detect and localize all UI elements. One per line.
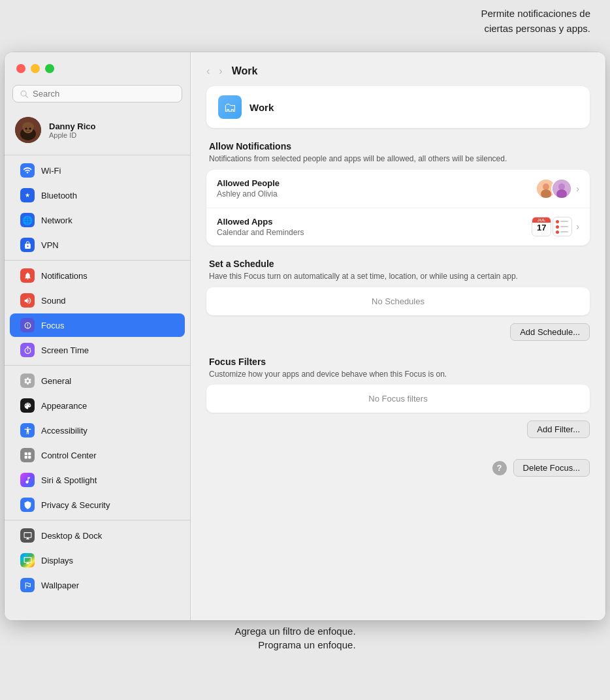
notifications-icon: [20, 268, 35, 283]
maximize-button[interactable]: [45, 64, 54, 73]
sidebar-item-bluetooth[interactable]: ⭒ Bluetooth: [10, 183, 185, 207]
focus-icon: [20, 318, 35, 332]
allowed-apps-subtitle: Calendar and Reminders: [217, 228, 304, 237]
sidebar-item-wallpaper-label: Wallpaper: [41, 581, 79, 590]
add-schedule-button[interactable]: Add Schedule...: [510, 323, 590, 341]
sidebar-item-desktop-dock-label: Desktop & Dock: [41, 531, 102, 541]
sidebar-item-wifi-label: Wi-Fi: [41, 166, 61, 176]
sidebar-item-bluetooth-label: Bluetooth: [41, 191, 77, 200]
sidebar-item-screen-time[interactable]: Screen Time: [10, 338, 185, 362]
allowed-apps-title: Allowed Apps: [217, 217, 304, 227]
back-button[interactable]: ‹: [204, 64, 212, 78]
user-subtitle: Apple ID: [49, 131, 96, 139]
user-row[interactable]: Danny Rico Apple ID: [5, 110, 190, 152]
appearance-icon: [20, 398, 35, 413]
svg-point-13: [543, 183, 549, 190]
sidebar-item-wifi[interactable]: Wi-Fi: [10, 159, 185, 182]
separator-2: [5, 260, 190, 261]
tooltip-top: Permite notificaciones de ciertas person…: [481, 7, 590, 36]
no-filters: No Focus filters: [206, 385, 590, 413]
sidebar-item-general[interactable]: General: [10, 369, 185, 392]
bluetooth-icon: ⭒: [20, 188, 35, 202]
allowed-people-subtitle: Ashley and Olivia: [217, 189, 280, 199]
focus-header-card: 🗂 Work: [206, 86, 590, 128]
network-icon: 🌐: [20, 213, 35, 227]
allowed-people-avatars: [536, 178, 572, 199]
focus-filters-desc: Customize how your apps and device behav…: [209, 369, 587, 380]
sidebar-item-accessibility[interactable]: Accessibility: [10, 419, 185, 442]
focus-filters-header: Focus Filters Customize how your apps an…: [206, 357, 590, 380]
allowed-people-row[interactable]: Allowed People Ashley and Olivia: [206, 170, 590, 208]
sidebar-item-wallpaper[interactable]: Wallpaper: [10, 573, 185, 597]
sidebar-item-control-center[interactable]: Control Center: [10, 443, 185, 467]
sidebar-item-appearance[interactable]: Appearance: [10, 394, 185, 417]
allowed-people-right: ›: [536, 178, 579, 199]
allow-notifications-desc: Notifications from selected people and a…: [209, 153, 587, 165]
sidebar-item-network[interactable]: 🌐 Network: [10, 208, 185, 232]
sidebar-item-siri-label: Siri & Spotlight: [41, 475, 97, 485]
sidebar-item-displays[interactable]: Displays: [10, 549, 185, 572]
add-filter-button[interactable]: Add Filter...: [527, 421, 590, 438]
focus-filters-title: Focus Filters: [209, 357, 587, 367]
sidebar-item-displays-label: Displays: [41, 556, 73, 565]
focus-filters-section: Focus Filters Customize how your apps an…: [206, 357, 590, 441]
sidebar-item-focus-label: Focus: [41, 321, 64, 330]
sidebar-item-sound-label: Sound: [41, 296, 66, 306]
sidebar-item-appearance-label: Appearance: [41, 401, 87, 411]
svg-line-1: [25, 95, 27, 97]
no-schedules: No Schedules: [206, 287, 590, 315]
allowed-apps-right: JUL 17 ›: [532, 217, 579, 236]
close-button[interactable]: [16, 64, 25, 73]
sidebar-item-focus[interactable]: Focus: [10, 313, 185, 337]
allowed-apps-chevron: ›: [576, 221, 579, 232]
sidebar-item-network-label: Network: [41, 215, 72, 225]
sidebar-item-accessibility-label: Accessibility: [41, 426, 88, 436]
wifi-icon: [20, 163, 35, 178]
minimize-button[interactable]: [31, 64, 40, 73]
sidebar-item-desktop-dock[interactable]: Desktop & Dock: [10, 524, 185, 547]
allowed-app-icons: JUL 17: [532, 217, 572, 236]
svg-point-5: [22, 122, 34, 131]
forward-button[interactable]: ›: [216, 64, 225, 78]
siri-icon: [20, 473, 35, 487]
allowed-settings-card: Allowed People Ashley and Olivia: [206, 170, 590, 246]
svg-rect-9: [28, 452, 31, 454]
allowed-people-title: Allowed People: [217, 178, 280, 188]
accessibility-icon: [20, 423, 35, 438]
user-info: Danny Rico Apple ID: [49, 121, 96, 139]
avatar-olivia: [551, 178, 572, 199]
sidebar-item-control-center-label: Control Center: [41, 451, 97, 460]
sidebar-item-vpn[interactable]: VPN: [10, 233, 185, 257]
reminders-app-icon: [553, 217, 572, 236]
tooltip-add-schedule: Programa un enfoque.: [258, 639, 355, 650]
sidebar-item-privacy-security[interactable]: Privacy & Security: [10, 493, 185, 517]
focus-header-title: Work: [249, 102, 274, 113]
add-schedule-row: Add Schedule...: [206, 321, 590, 343]
help-button[interactable]: ?: [492, 461, 507, 475]
allowed-apps-row[interactable]: Allowed Apps Calendar and Reminders JUL …: [206, 208, 590, 246]
sidebar-item-general-label: General: [41, 376, 71, 386]
separator-3: [5, 365, 190, 366]
svg-rect-8: [24, 452, 27, 454]
schedule-header: Set a Schedule Have this Focus turn on a…: [206, 259, 590, 282]
schedule-desc: Have this Focus turn on automatically at…: [209, 271, 587, 282]
wallpaper-icon: [20, 578, 35, 592]
control-center-icon: [20, 448, 35, 462]
content-area: 🗂 Work Allow Notifications Notifications…: [191, 86, 605, 495]
system-preferences-window: Danny Rico Apple ID Wi-Fi ⭒ Blue: [5, 52, 605, 620]
search-input[interactable]: [33, 89, 175, 99]
delete-focus-button[interactable]: Delete Focus...: [513, 459, 590, 477]
desktop-dock-icon: [20, 528, 35, 543]
page-title: Work: [232, 65, 258, 77]
separator-1: [5, 155, 190, 155]
search-bar[interactable]: [12, 85, 182, 103]
sidebar-item-notifications-label: Notifications: [41, 271, 88, 281]
bottom-bar: ? Delete Focus...: [206, 454, 590, 479]
vpn-icon: [20, 238, 35, 252]
allowed-people-chevron: ›: [576, 183, 579, 194]
sidebar-item-notifications[interactable]: Notifications: [10, 264, 185, 287]
privacy-icon: [20, 498, 35, 512]
sidebar-item-privacy-label: Privacy & Security: [41, 500, 110, 510]
sidebar-item-siri-spotlight[interactable]: Siri & Spotlight: [10, 468, 185, 492]
sidebar-item-sound[interactable]: Sound: [10, 289, 185, 312]
